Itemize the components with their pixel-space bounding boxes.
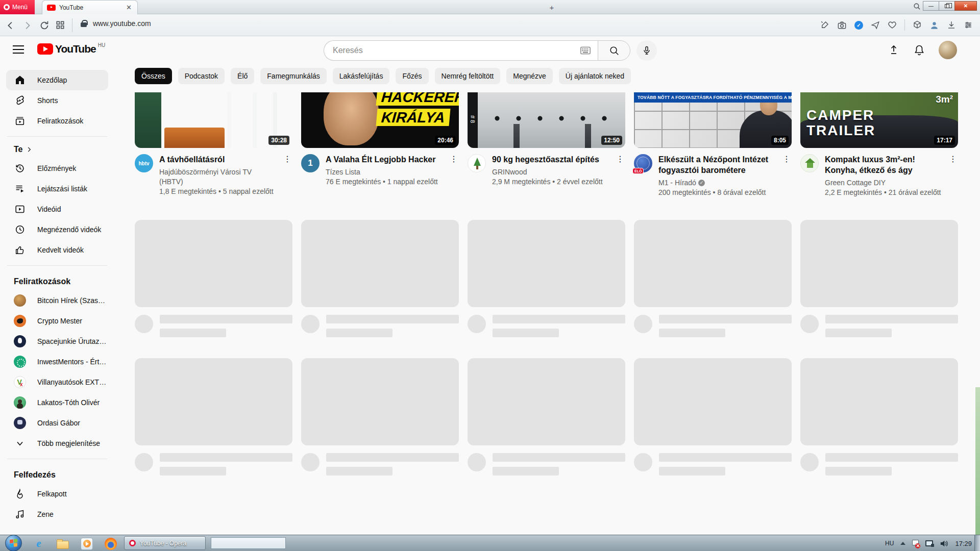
channel-avatar[interactable]: ÉLŐ [634, 154, 652, 172]
hamburger-menu-icon[interactable] [13, 45, 24, 54]
sidebar-subscription-spacejunkie[interactable]: Spacejunkie Űrutaz… [0, 331, 114, 352]
sidebar-item-feliratkozasok[interactable]: Feliratkozások [0, 111, 114, 131]
start-button[interactable] [5, 535, 22, 551]
video-title[interactable]: A távhőellátásról [159, 154, 276, 165]
sidebar-item-elozmenyek[interactable]: Előzmények [0, 158, 114, 179]
chip-fozes[interactable]: Főzés [396, 68, 428, 84]
video-thumbnail[interactable]: TOVÁBB NŐTT A FOGYASZTÁSRA FORDÍTHATÓ PÉ… [634, 92, 792, 148]
action-center-flag-icon[interactable] [912, 540, 919, 547]
language-indicator[interactable]: HU [885, 540, 894, 547]
video-thumbnail[interactable]: 30:28 [135, 92, 292, 148]
tab-search-icon[interactable] [913, 2, 921, 11]
channel-avatar[interactable] [800, 154, 819, 172]
my-flow-icon[interactable] [871, 20, 880, 30]
address-bar[interactable]: www.youtube.com [81, 19, 151, 28]
more-options-icon[interactable]: ⋮ [282, 154, 292, 196]
sidebar-subscription-ordasi-gabor[interactable]: Ordasi Gábor [0, 413, 114, 433]
profile-icon[interactable] [929, 20, 939, 30]
notifications-bell-icon[interactable] [913, 44, 925, 56]
keyboard-icon[interactable] [580, 46, 591, 55]
channel-name[interactable]: GRINwood [492, 167, 609, 177]
video-card[interactable]: CAMPERTRAILER 3m² 17:17 Kompakt luxus 3m… [800, 92, 958, 197]
video-thumbnail[interactable]: #8 12:50 [468, 92, 625, 148]
video-thumbnail[interactable]: HACKEREK KIRÁLYA 20:46 [301, 92, 459, 148]
scrollbar-thumb[interactable] [975, 387, 980, 538]
chip-famegmunkalas[interactable]: Famegmunkálás [260, 68, 327, 84]
restore-button[interactable] [939, 1, 955, 11]
taskbar-toolbar-box[interactable] [211, 537, 286, 549]
channel-name[interactable]: Green Cottage DIY [825, 178, 942, 188]
vpn-badge-icon[interactable]: ✓ [854, 21, 863, 30]
sidebar-show-more[interactable]: Több megjelenítése [0, 433, 114, 454]
user-avatar[interactable] [939, 41, 957, 59]
video-card[interactable]: #8 12:50 90 kg hegesztőasztal építés GRI… [468, 92, 625, 197]
chip-osszes[interactable]: Összes [135, 68, 172, 84]
new-tab-button[interactable]: + [547, 3, 556, 12]
firefox-icon[interactable] [104, 537, 117, 550]
network-icon[interactable] [925, 540, 933, 546]
chip-elo[interactable]: Élő [231, 68, 254, 84]
sidebar-item-kedvelt[interactable]: Kedvelt videók [0, 240, 114, 260]
sidebar-item-lejatszasi-listak[interactable]: Lejátszási listák [0, 179, 114, 199]
channel-name[interactable]: Hajdúböszörményi Városi TV (HBTV) [159, 167, 276, 187]
sidebar-subscription-lakatos-toth[interactable]: Lakatos-Tóth Olivér [0, 392, 114, 413]
video-title[interactable]: A Valaha Élt Legjobb Hacker [326, 154, 443, 165]
voice-search-button[interactable] [636, 40, 657, 61]
chip-podcastok[interactable]: Podcastok [178, 68, 225, 84]
internet-explorer-icon[interactable]: e [32, 537, 45, 550]
channel-avatar[interactable] [468, 154, 486, 172]
sidebar-item-shorts[interactable]: Shorts [0, 90, 114, 111]
close-button[interactable]: ✕ [954, 1, 977, 11]
sidebar-item-felkapott[interactable]: Felkapott [0, 484, 114, 504]
snapshot-camera-icon[interactable] [837, 20, 847, 30]
chip-megnezve[interactable]: Megnézve [506, 68, 553, 84]
browser-tab[interactable]: YouTube ✕ [42, 0, 138, 14]
video-card[interactable]: 30:28 hbtv A távhőellátásról Hajdúböször… [135, 92, 292, 197]
video-card[interactable]: HACKEREK KIRÁLYA 20:46 1 A Valaha Élt Le… [301, 92, 459, 197]
show-desktop-button[interactable] [974, 535, 980, 551]
sidebar-item-megnezendo[interactable]: Megnézendő videók [0, 219, 114, 240]
video-title[interactable]: Kompakt luxus 3m²-en! Konyha, étkező és … [825, 154, 942, 176]
easy-setup-sliders-icon[interactable] [964, 20, 973, 30]
lock-icon[interactable] [81, 22, 87, 27]
pin-icon[interactable] [820, 20, 829, 30]
channel-avatar[interactable]: hbtv [135, 154, 153, 172]
channel-name[interactable]: M1 - Híradó ✓ [658, 178, 775, 188]
opera-menu-button[interactable]: Menü [0, 0, 35, 14]
upload-icon[interactable] [888, 44, 900, 56]
tab-tiling-icon[interactable] [55, 20, 66, 31]
search-box[interactable] [324, 40, 598, 61]
file-explorer-icon[interactable] [56, 537, 69, 550]
extensions-cube-icon[interactable] [913, 20, 922, 30]
volume-icon[interactable] [940, 540, 948, 547]
back-button[interactable] [5, 20, 16, 31]
sidebar-item-kezdolap[interactable]: Kezdőlap [6, 70, 108, 90]
sidebar-heading-te[interactable]: Te [0, 142, 114, 158]
search-button[interactable] [598, 40, 630, 61]
more-options-icon[interactable]: ⋮ [449, 154, 459, 187]
channel-avatar[interactable]: 1 [301, 154, 320, 172]
taskbar-active-window[interactable]: YouTube - Opera [124, 536, 206, 550]
clock[interactable]: 17:29 [955, 540, 972, 547]
url-text[interactable]: www.youtube.com [93, 19, 151, 28]
media-player-icon[interactable] [80, 537, 93, 550]
channel-name[interactable]: Tízes Lista [326, 167, 443, 177]
more-options-icon[interactable]: ⋮ [948, 154, 958, 197]
chip-lakasfelujitas[interactable]: Lakásfelújítás [333, 68, 390, 84]
youtube-logo[interactable]: YouTube HU [37, 43, 105, 55]
video-title[interactable]: Elkészült a Nézőpont Intézet fogyasztói … [658, 154, 775, 176]
downloads-icon[interactable] [947, 20, 956, 30]
more-options-icon[interactable]: ⋮ [781, 154, 792, 197]
video-title[interactable]: 90 kg hegesztőasztal építés [492, 154, 609, 165]
chip-uj-ajanlatok[interactable]: Új ajánlatok neked [559, 68, 631, 84]
more-options-icon[interactable]: ⋮ [615, 154, 625, 187]
forward-button[interactable] [21, 20, 33, 31]
sidebar-item-videoid[interactable]: Videóid [0, 199, 114, 219]
sidebar-subscription-crypto-mester[interactable]: Crypto Mester [0, 311, 114, 331]
video-card[interactable]: TOVÁBB NŐTT A FOGYASZTÁSRA FORDÍTHATÓ PÉ… [634, 92, 792, 197]
sidebar-subscription-bitcoin-hirek[interactable]: Bitcoin Hírek (Szas… [0, 290, 114, 311]
show-hidden-icons[interactable] [900, 542, 905, 545]
bookmark-heart-icon[interactable] [888, 20, 897, 30]
reload-button[interactable] [39, 20, 50, 31]
chip-nemreg-feltoltott[interactable]: Nemrég feltöltött [435, 68, 501, 84]
